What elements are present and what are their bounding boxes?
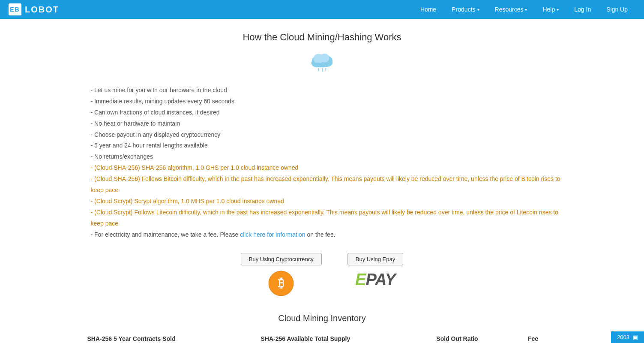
logo-text: LOBOT <box>25 5 59 15</box>
inventory-title: Cloud Mining Inventory <box>82 313 562 323</box>
nav-login[interactable]: Log In <box>566 0 599 19</box>
page-title: How the Cloud Mining/Hashing Works <box>82 32 562 43</box>
chevron-down-icon: ▾ <box>557 7 559 12</box>
chevron-down-icon: ▾ <box>477 7 479 12</box>
list-item: - (Cloud SHA-256) SHA-256 algorithm, 1.0… <box>91 162 562 174</box>
bottom-bar-icon: ▣ <box>633 334 638 340</box>
inventory-table: SHA-256 5 Year Contracts Sold SHA-256 Av… <box>82 332 562 343</box>
buy-crypto-button[interactable]: Buy Using Cryptocurrency <box>241 253 322 265</box>
list-item: - Let us mine for you with our hardware … <box>91 85 562 96</box>
buy-crypto-column: Buy Using Cryptocurrency ₿ <box>241 253 322 296</box>
nav-help[interactable]: Help ▾ <box>535 0 566 19</box>
list-item: - No returns/exchanges <box>91 151 562 162</box>
nav-home[interactable]: Home <box>413 0 444 19</box>
list-item: - Can own fractions of cloud instances, … <box>91 107 562 118</box>
svg-text:₿: ₿ <box>278 277 284 290</box>
list-item: - (Cloud SHA-256) Follows Bitcoin diffic… <box>91 174 562 196</box>
table-header-fee: Fee <box>523 332 562 343</box>
logo-icon: EB <box>9 3 21 15</box>
inventory-section: Cloud Mining Inventory SHA-256 5 Year Co… <box>82 313 562 343</box>
nav-products[interactable]: Products ▾ <box>444 0 487 19</box>
nav-links: Home Products ▾ Resources ▾ Help ▾ Log I… <box>413 0 635 19</box>
nav-signup[interactable]: Sign Up <box>599 0 635 19</box>
buy-section: Buy Using Cryptocurrency ₿ Buy Using Epa… <box>82 253 562 296</box>
site-logo[interactable]: EB LOBOT <box>9 3 59 15</box>
list-item: - Choose payout in any displayed cryptoc… <box>91 129 562 141</box>
epay-e: E <box>355 271 365 289</box>
cloud-icon <box>82 50 562 75</box>
fee-info-link[interactable]: click here for information <box>240 231 306 238</box>
list-item: - 5 year and 24 hour rental lengths avai… <box>91 140 562 151</box>
table-header-contracts-sold: SHA-256 5 Year Contracts Sold <box>82 332 256 343</box>
list-item: - Immediate results, mining updates ever… <box>91 96 562 107</box>
nav-resources[interactable]: Resources ▾ <box>487 0 535 19</box>
navigation: EB LOBOT Home Products ▾ Resources ▾ Hel… <box>0 0 644 19</box>
list-item: - (Cloud Scrypt) Scrypt algorithm, 1.0 M… <box>91 196 562 207</box>
main-content: How the Cloud Mining/Hashing Works - Let… <box>65 19 579 343</box>
buy-epay-button[interactable]: Buy Using Epay <box>347 253 404 265</box>
list-item: - For electricity and maintenance, we ta… <box>91 229 562 241</box>
table-header-total-supply: SHA-256 Available Total Supply <box>255 332 431 343</box>
bottom-bar: 2003 ▣ <box>611 331 644 343</box>
buy-epay-column: Buy Using Epay EPAY <box>347 253 404 296</box>
chevron-down-icon: ▾ <box>525 7 527 12</box>
epay-logo: EPAY <box>355 271 395 289</box>
list-item: - No heat or hardware to maintain <box>91 118 562 129</box>
svg-rect-5 <box>315 63 328 66</box>
features-list: - Let us mine for you with our hardware … <box>82 85 562 240</box>
table-header-row: SHA-256 5 Year Contracts Sold SHA-256 Av… <box>82 332 562 343</box>
bitcoin-icon: ₿ <box>268 271 294 296</box>
table-header-sold-out-ratio: Sold Out Ratio <box>431 332 522 343</box>
epay-pay: PAY <box>365 271 395 289</box>
bottom-bar-value: 2003 <box>617 334 629 340</box>
svg-point-4 <box>320 54 329 63</box>
list-item: - (Cloud Scrypt) Follows Litecoin diffic… <box>91 207 562 229</box>
